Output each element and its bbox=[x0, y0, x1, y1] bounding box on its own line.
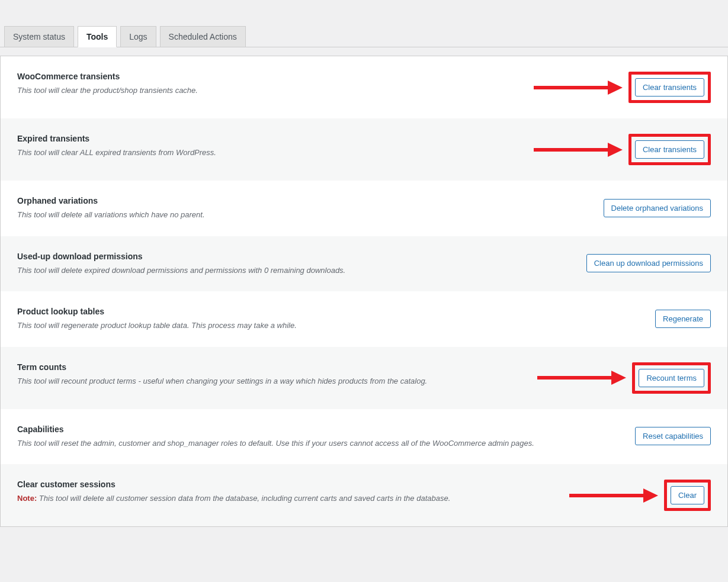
highlight-box: Clear transients bbox=[628, 72, 711, 103]
svg-marker-3 bbox=[608, 143, 623, 157]
tool-action: Delete orphaned variations bbox=[604, 196, 711, 220]
tool-action: Clear transients bbox=[534, 134, 711, 165]
tool-row: Term countsThis tool will recount produc… bbox=[1, 347, 727, 409]
tool-description: This tool will regenerate product lookup… bbox=[17, 320, 643, 332]
tool-button[interactable]: Clean up download permissions bbox=[586, 254, 711, 272]
highlight-box: Clear transients bbox=[628, 134, 711, 165]
tabs-nav: System status Tools Logs Scheduled Actio… bbox=[0, 0, 728, 47]
tool-action: Regenerate bbox=[655, 307, 711, 330]
tool-description-text: This tool will regenerate product lookup… bbox=[17, 321, 297, 330]
tool-button[interactable]: Clear bbox=[671, 486, 704, 504]
tool-button[interactable]: Clear transients bbox=[635, 140, 704, 159]
tool-action: Clear bbox=[569, 480, 711, 511]
tool-info: WooCommerce transientsThis tool will cle… bbox=[17, 72, 534, 97]
highlight-box: Clear bbox=[664, 480, 711, 511]
tab-scheduled-actions[interactable]: Scheduled Actions bbox=[160, 26, 246, 47]
tool-description: Note: This tool will delete all customer… bbox=[17, 493, 557, 504]
tool-title: Clear customer sessions bbox=[17, 480, 557, 489]
arrow-icon bbox=[534, 143, 623, 157]
tool-title: Product lookup tables bbox=[17, 307, 643, 316]
tab-system-status[interactable]: System status bbox=[4, 26, 74, 47]
tool-description: This tool will recount product terms - u… bbox=[17, 375, 525, 387]
arrow-icon bbox=[569, 488, 658, 503]
svg-marker-1 bbox=[608, 81, 623, 95]
tool-button[interactable]: Clear transients bbox=[635, 78, 704, 97]
tool-info: Term countsThis tool will recount produc… bbox=[17, 362, 537, 387]
tool-description: This tool will clear the product/shop tr… bbox=[17, 85, 522, 97]
tool-description-text: This tool will delete all customer sessi… bbox=[39, 494, 450, 503]
tool-info: Orphaned variationsThis tool will delete… bbox=[17, 196, 604, 221]
note-prefix: Note: bbox=[17, 494, 37, 503]
tool-button[interactable]: Delete orphaned variations bbox=[604, 199, 711, 217]
tool-row: Expired transientsThis tool will clear A… bbox=[1, 118, 727, 181]
tool-action: Recount terms bbox=[537, 362, 711, 394]
tool-title: WooCommerce transients bbox=[17, 72, 522, 81]
tool-row: Product lookup tablesThis tool will rege… bbox=[1, 291, 727, 347]
tool-description: This tool will delete all variations whi… bbox=[17, 209, 592, 221]
tool-info: CapabilitiesThis tool will reset the adm… bbox=[17, 425, 635, 449]
tool-description: This tool will reset the admin, customer… bbox=[17, 438, 623, 449]
tool-title: Expired transients bbox=[17, 134, 522, 143]
tool-info: Expired transientsThis tool will clear A… bbox=[17, 134, 534, 159]
tool-description-text: This tool will delete expired download p… bbox=[17, 266, 345, 275]
tool-info: Product lookup tablesThis tool will rege… bbox=[17, 307, 655, 332]
tool-button[interactable]: Recount terms bbox=[639, 369, 704, 387]
tool-title: Used-up download permissions bbox=[17, 252, 575, 261]
arrow-icon bbox=[537, 371, 626, 385]
svg-marker-5 bbox=[611, 371, 626, 385]
tool-title: Orphaned variations bbox=[17, 196, 592, 205]
tool-info: Used-up download permissionsThis tool wi… bbox=[17, 252, 586, 276]
tool-description-text: This tool will recount product terms - u… bbox=[17, 377, 427, 385]
tool-row: Used-up download permissionsThis tool wi… bbox=[1, 236, 727, 292]
tool-action: Reset capabilities bbox=[635, 425, 711, 448]
tool-title: Capabilities bbox=[17, 425, 623, 434]
tool-row: Clear customer sessionsNote: This tool w… bbox=[1, 464, 727, 526]
tool-row: CapabilitiesThis tool will reset the adm… bbox=[1, 409, 727, 465]
tool-info: Clear customer sessionsNote: This tool w… bbox=[17, 480, 569, 504]
tool-row: Orphaned variationsThis tool will delete… bbox=[1, 181, 727, 236]
tool-description-text: This tool will delete all variations whi… bbox=[17, 210, 205, 219]
tool-description: This tool will clear ALL expired transie… bbox=[17, 147, 522, 159]
tool-description: This tool will delete expired download p… bbox=[17, 265, 575, 276]
tab-tools[interactable]: Tools bbox=[78, 26, 117, 47]
highlight-box: Recount terms bbox=[632, 362, 711, 394]
tool-row: WooCommerce transientsThis tool will cle… bbox=[1, 56, 727, 118]
tool-title: Term counts bbox=[17, 362, 525, 372]
tool-action: Clear transients bbox=[534, 72, 711, 103]
tab-logs[interactable]: Logs bbox=[120, 26, 156, 47]
arrow-icon bbox=[534, 81, 623, 95]
tool-description-text: This tool will clear the product/shop tr… bbox=[17, 86, 198, 95]
tool-button[interactable]: Regenerate bbox=[655, 310, 711, 328]
tool-description-text: This tool will reset the admin, customer… bbox=[17, 439, 534, 448]
tool-button[interactable]: Reset capabilities bbox=[635, 427, 711, 445]
tool-description-text: This tool will clear ALL expired transie… bbox=[17, 148, 216, 157]
tools-panel: WooCommerce transientsThis tool will cle… bbox=[0, 56, 728, 527]
tool-action: Clean up download permissions bbox=[586, 252, 711, 275]
svg-marker-7 bbox=[643, 488, 658, 503]
